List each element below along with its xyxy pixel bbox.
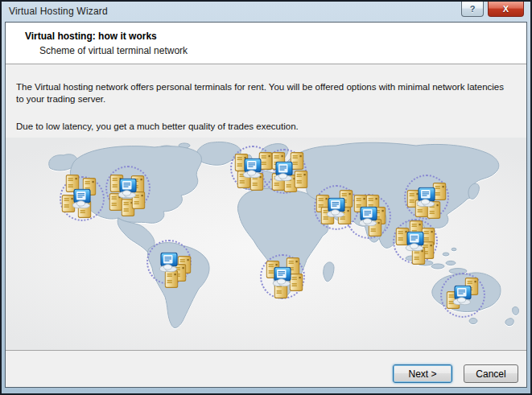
window-title: Virtual Hosting Wizard (9, 6, 108, 17)
terminal-icon (358, 207, 380, 227)
terminal-icon (274, 162, 295, 182)
close-button[interactable]: X (488, 2, 524, 17)
terminal-icon (118, 179, 139, 199)
virtual-hosting-wizard-window: Virtual Hosting Wizard ? X Virtual hosti… (0, 0, 532, 395)
server-icon (295, 171, 308, 188)
page-title: Virtual hosting: how it works (25, 31, 526, 42)
next-button[interactable]: Next > (393, 364, 452, 383)
terminal-icon (326, 198, 348, 218)
paragraph-network-offer: The Virtual hosting network offers perso… (16, 81, 513, 105)
close-icon: X (503, 4, 509, 14)
paragraph-low-latency: Due to low latency, you get a much bette… (16, 121, 513, 133)
footer-bar: Next > Cancel (6, 350, 526, 387)
world-map-overlay (6, 138, 526, 350)
description-text: The Virtual hosting network offers perso… (6, 64, 526, 133)
dialog-client-area: Virtual hosting: how it works Scheme of … (5, 22, 527, 388)
terminal-icon (72, 189, 93, 209)
terminal-icon (405, 232, 427, 252)
world-map (6, 138, 526, 350)
terminal-icon (242, 158, 264, 179)
terminal-icon (159, 253, 180, 273)
terminal-icon (272, 267, 294, 287)
help-icon: ? (470, 4, 476, 14)
help-button[interactable]: ? (461, 2, 484, 17)
titlebar[interactable]: Virtual Hosting Wizard ? X (2, 2, 530, 22)
server-icon (165, 270, 179, 288)
terminal-icon (416, 187, 438, 208)
page-subtitle: Scheme of virtual terminal network (39, 45, 526, 56)
terminal-icon (452, 286, 474, 306)
wizard-header: Virtual hosting: how it works Scheme of … (6, 23, 526, 64)
cancel-button[interactable]: Cancel (464, 364, 518, 383)
